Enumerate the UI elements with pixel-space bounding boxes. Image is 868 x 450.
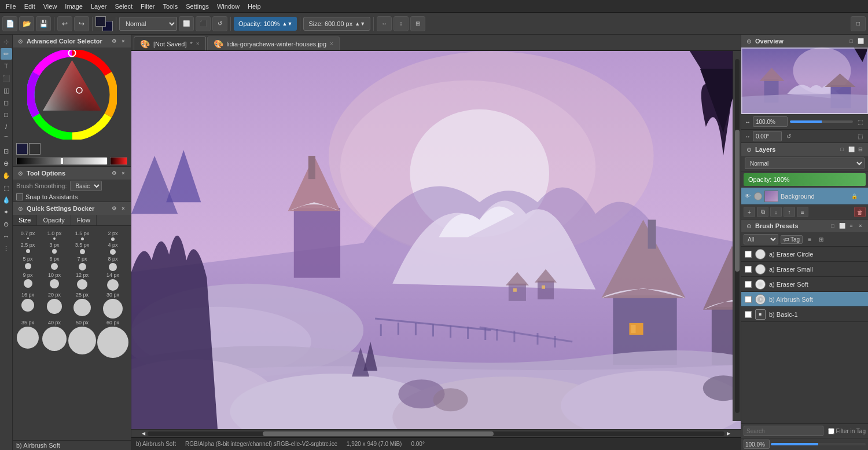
- brush-size-0.7[interactable]: 0.7 px: [15, 231, 41, 241]
- color-slider[interactable]: [16, 157, 108, 165]
- bp-list[interactable]: ○ a) Eraser Circle ● a) Eraser Small ◎ a…: [741, 247, 868, 423]
- brush-size-35[interactable]: 35 px: [15, 320, 41, 358]
- fg-swatch[interactable]: [16, 143, 28, 155]
- color-slider-thumb[interactable]: [60, 158, 64, 164]
- bp-checkbox-4[interactable]: [745, 296, 752, 303]
- erase-btn[interactable]: ⬜: [179, 16, 194, 31]
- scroll-h-thumb[interactable]: [263, 431, 494, 436]
- brush-dot[interactable]: [42, 327, 67, 351]
- quick-settings-header[interactable]: ⊙ Quick Settings Docker ⚙ ×: [13, 202, 131, 215]
- reset-rotation-btn[interactable]: ↺: [784, 131, 793, 141]
- tool-options-config-btn[interactable]: ⚙: [110, 169, 118, 177]
- fit-canvas-btn[interactable]: ⬚: [855, 117, 865, 126]
- brush-dot[interactable]: [81, 237, 84, 240]
- brush-size-50[interactable]: 50 px: [68, 320, 96, 358]
- brush-dot[interactable]: [53, 237, 56, 240]
- fg-color-swatch[interactable]: [95, 16, 106, 27]
- bp-checkbox-2[interactable]: [745, 266, 752, 273]
- layers-header[interactable]: ⊙ Layers □ ⬜ ⊟: [741, 143, 868, 156]
- tool-pan[interactable]: ✋: [1, 170, 12, 181]
- rotation-input[interactable]: [753, 131, 782, 141]
- brush-dot[interactable]: [24, 279, 32, 288]
- layers-blend-select[interactable]: Normal: [745, 158, 865, 169]
- brush-dot[interactable]: [107, 279, 119, 291]
- canvas-scroll-v[interactable]: [733, 51, 741, 421]
- brush-size-7[interactable]: 7 px: [68, 256, 96, 271]
- tool-fill[interactable]: ⬛: [1, 72, 12, 84]
- menu-file[interactable]: File: [2, 2, 20, 11]
- size-control[interactable]: Size: 600.00 px ▲▼: [303, 17, 370, 31]
- menu-edit[interactable]: Edit: [21, 2, 39, 11]
- menu-layer[interactable]: Layer: [87, 2, 111, 11]
- brush-size-2[interactable]: 2 px: [97, 231, 128, 241]
- brush-dot[interactable]: [109, 263, 117, 271]
- blend-mode-select[interactable]: Normal: [119, 17, 177, 31]
- zoom-input[interactable]: [753, 116, 788, 127]
- tool-options-close-btn[interactable]: ×: [119, 169, 127, 177]
- menu-help[interactable]: Help: [244, 2, 264, 11]
- tool-zoom[interactable]: ⊕: [1, 158, 12, 169]
- bg-swatch[interactable]: [29, 143, 41, 155]
- menu-filter[interactable]: Filter: [137, 2, 158, 11]
- layers-expand-btn[interactable]: □: [838, 145, 846, 153]
- qs-tab-size[interactable]: Size: [13, 215, 37, 225]
- scroll-v-track[interactable]: [735, 59, 740, 413]
- menu-image[interactable]: Image: [61, 2, 86, 11]
- layers-opacity-bar[interactable]: Opacity: 100%: [744, 173, 866, 186]
- tool-brush[interactable]: ✏: [1, 48, 12, 60]
- mirror-canvas-btn[interactable]: ⬚: [855, 131, 865, 141]
- brush-dot[interactable]: [21, 299, 34, 312]
- menu-tools[interactable]: Tools: [160, 2, 182, 11]
- brush-dot[interactable]: [103, 299, 123, 319]
- redo-btn[interactable]: ↪: [74, 16, 89, 31]
- opacity-control[interactable]: Opacity: 100% ▲▼: [234, 17, 297, 31]
- brush-dot[interactable]: [25, 263, 31, 269]
- tool-smart-patch[interactable]: ✦: [1, 206, 12, 218]
- brush-size-20[interactable]: 20 px: [42, 292, 67, 319]
- brush-size-25[interactable]: 25 px: [68, 292, 96, 319]
- move-layer-down-btn[interactable]: ↓: [770, 207, 782, 217]
- color-selector-config-btn[interactable]: ⚙: [110, 37, 118, 45]
- scroll-h-track[interactable]: [148, 431, 724, 436]
- quick-settings-content[interactable]: 0.7 px 1.0 px 1.5 px 2 px: [13, 226, 131, 440]
- bp-item-basic-1[interactable]: ■ b) Basic-1: [741, 307, 868, 322]
- bp-list-view-btn[interactable]: ≡: [805, 235, 814, 244]
- brush-size-30[interactable]: 30 px: [97, 292, 128, 319]
- bp-item-eraser-circle[interactable]: ○ a) Eraser Circle: [741, 247, 868, 262]
- filter-in-tag-checkbox[interactable]: [828, 428, 834, 434]
- brush-size-4[interactable]: 4 px: [97, 242, 128, 255]
- fg-bg-colors[interactable]: [95, 16, 113, 31]
- brush-size-2.5[interactable]: 2.5 px: [15, 242, 41, 255]
- undo-btn[interactable]: ↩: [57, 16, 72, 31]
- brush-size-1.0[interactable]: 1.0 px: [42, 231, 67, 241]
- tool-color-picker[interactable]: 💧: [1, 194, 12, 206]
- open-file-btn[interactable]: 📂: [19, 16, 34, 31]
- scroll-right-btn[interactable]: ▶: [724, 430, 733, 438]
- bp-maximize-btn[interactable]: ⬜: [838, 222, 846, 230]
- tool-curve[interactable]: ⌒: [1, 133, 12, 145]
- snap-checkbox[interactable]: [16, 193, 23, 200]
- tool-shapes[interactable]: □: [1, 109, 12, 120]
- bp-list-btn[interactable]: ≡: [847, 222, 855, 230]
- brush-dot[interactable]: [79, 263, 86, 270]
- overview-header[interactable]: ⊙ Overview □ ⬜: [741, 35, 868, 47]
- layer-visibility-btn[interactable]: 👁: [744, 192, 752, 200]
- canvas-viewport[interactable]: [131, 51, 741, 429]
- tab-close-reference[interactable]: ×: [330, 41, 333, 47]
- tool-measurements[interactable]: ↔: [1, 231, 12, 242]
- layers-filter-btn[interactable]: ⊟: [856, 145, 865, 153]
- menu-select[interactable]: Select: [111, 2, 136, 11]
- brush-size-16[interactable]: 16 px: [15, 292, 41, 319]
- bp-checkbox-1[interactable]: [745, 251, 752, 258]
- tool-options-header[interactable]: ⊙ Tool Options ⚙ ×: [13, 167, 131, 180]
- add-layer-btn[interactable]: +: [744, 207, 755, 217]
- brush-dot[interactable]: [111, 237, 115, 241]
- brush-dot[interactable]: [97, 327, 128, 358]
- size-arrows[interactable]: ▲▼: [355, 21, 365, 27]
- brush-dot[interactable]: [27, 237, 29, 239]
- wrap-btn[interactable]: ↺: [212, 16, 227, 31]
- tool-text[interactable]: T: [1, 60, 12, 72]
- color-wheel[interactable]: [27, 50, 117, 140]
- color-selector-close-btn[interactable]: ×: [119, 37, 127, 45]
- brush-dot[interactable]: [50, 279, 59, 288]
